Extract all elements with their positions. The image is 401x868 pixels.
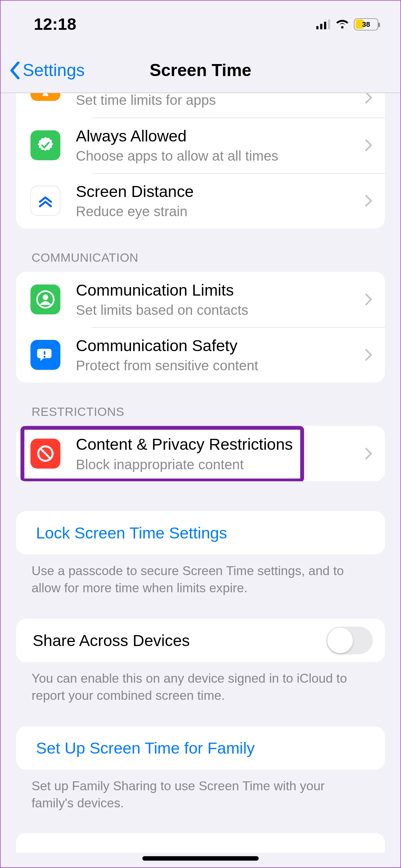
hourglass-icon [30, 93, 60, 101]
row-title: Set Up Screen Time for Family [36, 738, 373, 758]
row-title: Communication Limits [76, 280, 360, 300]
chevron-right-icon [365, 93, 373, 104]
group-lock: Lock Screen Time Settings [16, 511, 385, 555]
group-family: Set Up Screen Time for Family [16, 727, 385, 770]
row-title: Lock Screen Time Settings [36, 523, 373, 543]
svg-rect-0 [316, 26, 318, 29]
status-time: 12:18 [34, 15, 76, 34]
group-limits: Set time limits for apps Always Allowed … [16, 93, 385, 228]
svg-point-5 [43, 295, 48, 300]
row-title: Always Allowed [76, 126, 360, 146]
row-title: Share Across Devices [33, 631, 326, 651]
status-bar: 12:18 38 [1, 1, 401, 48]
svg-rect-2 [324, 21, 326, 29]
cellular-icon [316, 19, 331, 29]
chevron-right-icon [365, 447, 373, 460]
person-circle-icon [30, 284, 60, 314]
svg-rect-6 [44, 351, 46, 355]
row-lock-screen-time[interactable]: Lock Screen Time Settings [16, 511, 385, 555]
back-button[interactable]: Settings [10, 60, 85, 80]
svg-rect-3 [328, 19, 330, 29]
row-app-limits[interactable]: Set time limits for apps [16, 93, 385, 117]
row-sub: Reduce eye strain [76, 203, 360, 220]
section-header-communication: COMMUNICATION [1, 228, 401, 272]
chevron-right-icon [365, 139, 373, 151]
group-share: Share Across Devices [16, 619, 385, 662]
section-header-restrictions: RESTRICTIONS [1, 383, 401, 426]
back-label: Settings [23, 60, 85, 80]
row-sub: Protect from sensitive content [76, 357, 360, 374]
battery-icon: 38 [354, 18, 378, 30]
chevron-right-icon [365, 293, 373, 306]
row-sub: Set time limits for apps [76, 93, 360, 109]
checkmark-seal-icon [30, 130, 60, 160]
row-content-privacy[interactable]: Content & Privacy Restrictions Block ina… [16, 426, 385, 481]
chevron-right-icon [365, 349, 373, 361]
battery-percent: 38 [362, 20, 370, 28]
share-switch[interactable] [326, 627, 373, 654]
group-turn-off [16, 833, 385, 853]
row-sub: Set limits based on contacts [76, 301, 360, 319]
row-title: Screen Distance [76, 182, 360, 202]
row-sub: Block inappropriate content [76, 456, 360, 473]
row-always-allowed[interactable]: Always Allowed Choose apps to allow at a… [16, 117, 385, 173]
nav-bar: Settings Screen Time [1, 48, 401, 93]
footer-lock: Use a passcode to secure Screen Time set… [1, 555, 401, 597]
row-share-across-devices[interactable]: Share Across Devices [16, 619, 385, 662]
svg-point-7 [44, 356, 46, 358]
no-entry-icon [30, 438, 60, 468]
row-set-up-family[interactable]: Set Up Screen Time for Family [16, 727, 385, 770]
svg-rect-1 [320, 24, 322, 29]
row-communication-safety[interactable]: Communication Safety Protect from sensit… [16, 327, 385, 383]
wifi-icon [335, 18, 349, 29]
chevron-right-icon [365, 195, 373, 207]
chevron-left-icon [10, 61, 21, 79]
row-title: Communication Safety [76, 336, 360, 356]
chat-bubble-alert-icon [30, 340, 60, 370]
group-restrictions: Content & Privacy Restrictions Block ina… [16, 426, 385, 481]
home-indicator[interactable] [142, 856, 259, 860]
svg-line-9 [40, 449, 50, 459]
group-communication: Communication Limits Set limits based on… [16, 272, 385, 383]
row-screen-distance[interactable]: Screen Distance Reduce eye strain [16, 173, 385, 228]
double-chevron-up-icon [30, 186, 60, 215]
footer-share: You can enable this on any device signed… [1, 662, 401, 704]
row-sub: Choose apps to allow at all times [76, 147, 360, 165]
row-communication-limits[interactable]: Communication Limits Set limits based on… [16, 272, 385, 327]
footer-family: Set up Family Sharing to use Screen Time… [1, 770, 401, 812]
row-title: Content & Privacy Restrictions [76, 434, 360, 455]
